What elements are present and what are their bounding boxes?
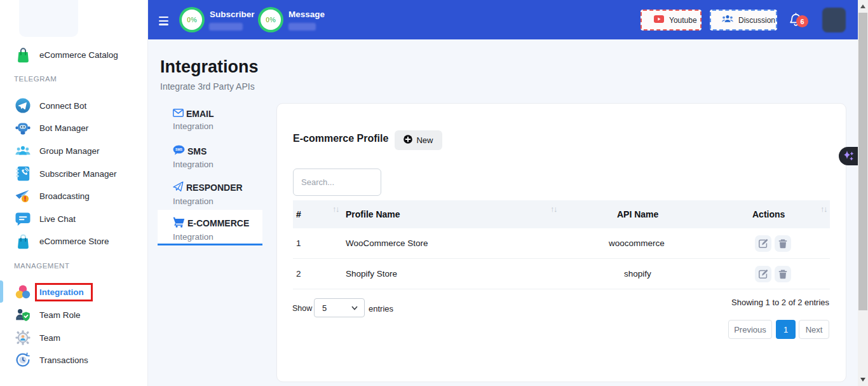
svg-text:SMS: SMS [175,148,183,151]
